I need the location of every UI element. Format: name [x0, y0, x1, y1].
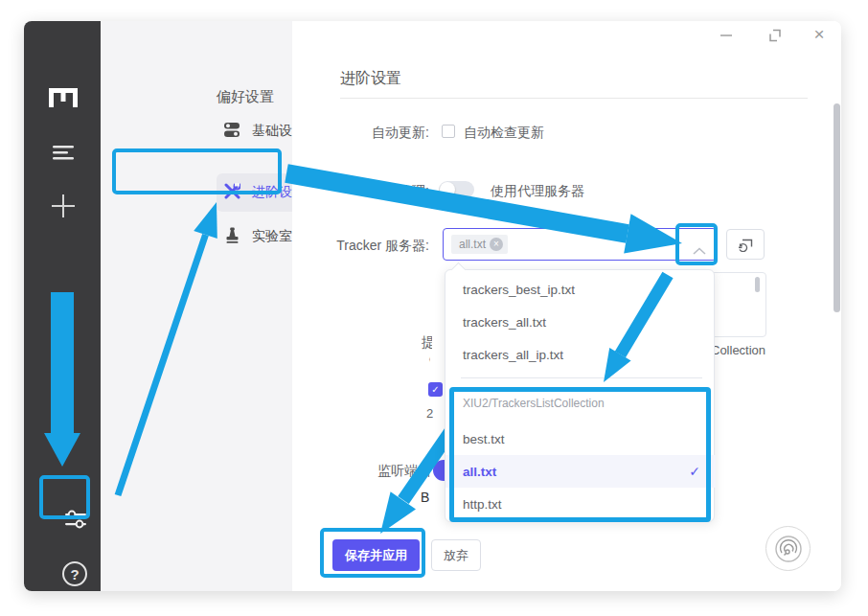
hidden-text-fragment: B [421, 490, 429, 505]
basic-settings-icon [224, 122, 240, 141]
trackers-collection-link-fragment[interactable]: Collection [711, 343, 765, 357]
panel-title: 偏好设置 [217, 88, 274, 106]
toggle-knob [440, 182, 455, 197]
title-divider [340, 98, 808, 99]
dropdown-divider [461, 377, 702, 378]
speedometer-icon [774, 535, 803, 563]
tag-remove-icon[interactable]: × [490, 238, 503, 251]
textarea-scrollbar[interactable] [755, 277, 760, 292]
auto-update-checkbox-label: 自动检查更新 [464, 125, 544, 142]
selected-tracker-tag: all.txt × [451, 235, 508, 254]
preferences-panel: 偏好设置 基础设置 进阶设置 [101, 21, 292, 591]
help-icon[interactable]: ? [50, 540, 100, 607]
hidden-text-fragment: 提 [422, 334, 432, 352]
hidden-text-fragment: 2 [426, 406, 433, 421]
tracker-dropdown: trackers_best_ip.txt trackers_all.txt tr… [445, 269, 715, 522]
minimize-button[interactable] [717, 26, 736, 45]
proxy-toggle[interactable] [439, 181, 474, 198]
discard-button[interactable]: 放弃 [431, 539, 481, 571]
sync-tracker-button[interactable] [726, 229, 765, 260]
tracker-label: Tracker 服务器: [316, 238, 429, 255]
proxy-switch-label: 使用代理服务器 [491, 183, 584, 200]
page-title: 进阶设置 [340, 69, 401, 89]
advanced-settings-icon [224, 183, 240, 202]
dropdown-option[interactable]: trackers_best_ip.txt [445, 273, 716, 306]
dropdown-option[interactable]: trackers_all_ip.txt [445, 338, 716, 371]
maximize-icon [768, 29, 782, 42]
maximize-button[interactable] [765, 26, 785, 45]
dropdown-option[interactable]: best.txt [445, 422, 716, 455]
chevron-up-icon[interactable] [693, 241, 706, 259]
motrix-logo-icon [47, 85, 80, 110]
tracker-select[interactable]: all.txt × [443, 228, 717, 261]
dropdown-option-selected[interactable]: all.txt ✓ [445, 455, 716, 488]
sidebar-item-label: 实验室 [252, 228, 292, 245]
save-apply-button[interactable]: 保存并应用 [332, 539, 420, 571]
auto-update-checkbox[interactable] [442, 125, 455, 138]
lab-icon [224, 227, 240, 246]
task-list-icon[interactable] [52, 144, 75, 161]
hidden-checkbox-fragment: ✓ [428, 382, 443, 397]
tag-label: all.txt [459, 238, 486, 251]
check-icon: ✓ [689, 464, 700, 479]
app-sidebar: ? [24, 21, 101, 591]
close-button[interactable]: × [810, 25, 829, 44]
dropdown-option[interactable]: trackers_all.txt [445, 306, 716, 338]
hidden-text-fragment: 〈 [422, 352, 430, 369]
proxy-label: 代理: [316, 183, 429, 200]
dropdown-group-label: XIU2/TrackersListCollection [463, 397, 605, 410]
help-question-glyph: ? [62, 561, 87, 586]
close-icon: × [813, 24, 824, 45]
listen-port-label: 监听端口 [326, 463, 431, 480]
option-label: all.txt [463, 465, 496, 479]
dropdown-option[interactable]: http.txt [445, 488, 716, 520]
speed-gauge-button[interactable] [765, 526, 811, 571]
screenshot-stage: ? 偏好设置 基础设置 [0, 0, 868, 616]
auto-update-label: 自动更新: [316, 125, 429, 142]
main-scrollbar[interactable] [834, 103, 840, 312]
add-task-icon[interactable] [51, 170, 76, 241]
minimize-icon [720, 34, 732, 36]
sync-icon [738, 238, 754, 252]
